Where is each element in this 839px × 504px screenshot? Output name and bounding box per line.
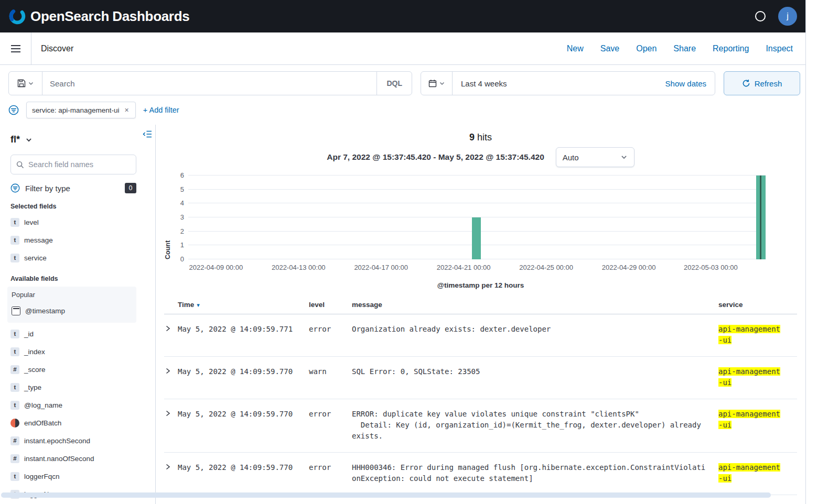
date-picker-button[interactable] (421, 72, 453, 95)
current-time-marker (760, 176, 761, 259)
y-axis-tick: 0 (180, 255, 184, 264)
field-item-@timestamp[interactable]: @timestamp (12, 303, 132, 319)
field-item-instant.epochSecond[interactable]: #instant.epochSecond (10, 433, 148, 448)
hamburger-menu-icon[interactable] (0, 32, 31, 64)
filter-bar: service: api-management-ui × + Add filte… (0, 101, 805, 125)
field-item-level[interactable]: tlevel (10, 214, 148, 230)
cell-time: May 5, 2022 @ 14:09:59.770 (178, 409, 309, 420)
opensearch-brand[interactable]: OpenSearchDashboards (8, 7, 189, 25)
save-icon (17, 79, 26, 87)
nav-action-reporting[interactable]: Reporting (713, 44, 749, 53)
show-dates-link[interactable]: Show dates (665, 79, 715, 88)
table-row: May 5, 2022 @ 14:09:59.771 error Organiz… (164, 314, 797, 357)
field-type-string-icon: t (10, 254, 19, 262)
field-item-_index[interactable]: t_index (10, 344, 148, 359)
field-type-string-icon: t (10, 218, 19, 227)
x-axis-tick: 2022-05-03 00:00 (684, 264, 738, 271)
field-item-loggerFqcn[interactable]: tloggerFqcn (10, 468, 148, 484)
field-name: @timestamp (25, 307, 65, 315)
field-name: endOfBatch (24, 419, 61, 427)
cell-service: api-management-ui (718, 324, 797, 346)
field-item-@log_name[interactable]: t@log_name (10, 397, 148, 413)
field-name: _id (24, 330, 34, 338)
collapse-sidebar-icon[interactable] (143, 130, 152, 138)
user-avatar[interactable]: j (778, 7, 797, 26)
expand-row-icon[interactable] (164, 409, 171, 417)
index-pattern-selector[interactable]: fl* (10, 132, 33, 147)
x-axis-tick: 2022-04-29 00:00 (602, 264, 656, 271)
plot-area (188, 176, 766, 259)
histogram-chart: Count 0123456 2022-04-09 00:002022-04-13… (164, 176, 797, 275)
column-header-time[interactable]: Time▾ (178, 301, 309, 309)
field-name: _type (24, 384, 41, 391)
field-item-_id[interactable]: t_id (10, 326, 148, 342)
nav-action-share[interactable]: Share (673, 44, 696, 53)
expand-row-icon[interactable] (164, 366, 171, 375)
field-item-message[interactable]: tmessage (10, 232, 148, 248)
breadcrumb: Discover (41, 44, 73, 53)
field-type-string-icon: t (10, 401, 19, 410)
x-axis-tick: 2022-04-25 00:00 (519, 264, 573, 271)
search-group: DQL (8, 71, 412, 95)
saved-queries-button[interactable] (9, 72, 42, 95)
field-search-input[interactable] (28, 160, 131, 169)
add-filter-link[interactable]: + Add filter (143, 106, 179, 114)
query-bar: DQL Last 4 weeks Show dates Refresh (0, 65, 805, 101)
histogram-bar[interactable] (472, 217, 481, 259)
column-header-service[interactable]: service (718, 301, 797, 309)
field-item-instant.nanoOfSecond[interactable]: #instant.nanoOfSecond (10, 451, 148, 466)
cell-time: May 5, 2022 @ 14:09:59.771 (178, 324, 309, 335)
chart-header: Apr 7, 2022 @ 15:37:45.420 - May 5, 2022… (164, 147, 797, 167)
field-item-service[interactable]: tservice (10, 250, 148, 266)
popular-fields-group: Popular @timestamp (7, 287, 136, 323)
horizontal-scrollbar[interactable] (1, 492, 771, 498)
field-item-endOfBatch[interactable]: endOfBatch (10, 415, 148, 431)
highlighted-service: api-management-ui (718, 410, 780, 429)
expand-row-icon[interactable] (164, 324, 171, 332)
filter-count-badge: 0 (125, 183, 136, 193)
cell-service: api-management-ui (718, 409, 797, 431)
cell-message: HHH000346: Error during managed flush [o… (352, 462, 714, 484)
x-axis-tick: 2022-04-17 00:00 (354, 264, 408, 271)
refresh-button[interactable]: Refresh (724, 71, 800, 95)
x-axis-tick: 2022-04-21 00:00 (437, 264, 491, 271)
y-axis-tick: 6 (180, 171, 184, 180)
search-input[interactable] (42, 79, 377, 88)
highlighted-service: api-management-ui (718, 463, 780, 483)
filter-icon[interactable] (8, 105, 19, 115)
expand-row-icon[interactable] (164, 462, 171, 470)
field-type-string-icon: t (10, 472, 19, 481)
nav-action-inspect[interactable]: Inspect (766, 44, 793, 53)
field-name: _index (24, 348, 45, 356)
query-language-toggle[interactable]: DQL (377, 72, 412, 95)
cell-time: May 5, 2022 @ 14:09:59.770 (178, 462, 309, 473)
filter-pill[interactable]: service: api-management-ui × (26, 102, 136, 118)
field-name: loggerFqcn (24, 473, 60, 480)
field-item-_type[interactable]: t_type (10, 379, 148, 395)
field-item-_score[interactable]: #_score (10, 361, 148, 377)
help-icon[interactable] (755, 11, 766, 21)
discover-sidebar: fl* Filter by type 0 Selected fields tl (0, 125, 156, 504)
column-header-message[interactable]: message (352, 301, 714, 309)
nav-action-save[interactable]: Save (600, 44, 619, 53)
field-type-string-icon: t (10, 330, 19, 338)
highlighted-service: api-management-ui (718, 367, 780, 387)
time-range-display[interactable]: Last 4 weeks (453, 79, 515, 88)
nav-actions: NewSaveOpenShareReportingInspect (567, 44, 805, 53)
filter-by-type-button[interactable]: Filter by type 0 (10, 183, 136, 193)
y-axis-tick: 2 (180, 227, 184, 236)
cell-time: May 5, 2022 @ 14:09:59.770 (178, 366, 309, 377)
nav-action-open[interactable]: Open (636, 44, 657, 53)
close-icon[interactable]: × (124, 106, 130, 114)
field-type-string-icon: t (10, 347, 19, 356)
refresh-icon (742, 79, 750, 87)
column-header-level[interactable]: level (309, 301, 352, 309)
cell-level: error (309, 409, 352, 420)
top-nav: Discover NewSaveOpenShareReportingInspec… (0, 32, 805, 65)
field-name: message (24, 236, 53, 244)
nav-action-new[interactable]: New (567, 44, 584, 53)
cell-message: Organization already exists: dexter.deve… (352, 324, 714, 335)
field-type-number-icon: # (10, 436, 19, 445)
chevron-down-icon (620, 154, 628, 161)
interval-dropdown[interactable]: Auto (556, 147, 634, 167)
